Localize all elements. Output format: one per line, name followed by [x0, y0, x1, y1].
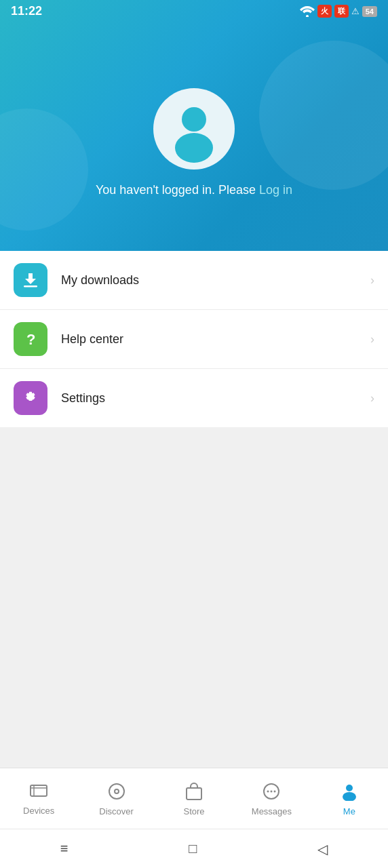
menu-item-help[interactable]: ? Help center ›: [0, 310, 388, 369]
svg-point-16: [343, 792, 356, 801]
nav-item-devices[interactable]: Devices: [0, 783, 77, 816]
avatar: [153, 88, 235, 170]
nav-label-messages: Messages: [252, 806, 292, 816]
svg-rect-5: [31, 785, 47, 796]
menu-item-downloads[interactable]: My downloads ›: [0, 251, 388, 310]
menu-section: My downloads › ? Help center › Settings …: [0, 251, 388, 427]
bottom-nav: Devices Discover Store: [0, 768, 388, 829]
help-label: Help center: [61, 332, 370, 347]
svg-point-14: [274, 791, 276, 793]
login-link[interactable]: Log in: [259, 183, 292, 197]
chevron-right-icon: ›: [370, 391, 374, 406]
svg-point-2: [175, 133, 213, 163]
svg-rect-3: [24, 285, 37, 288]
nav-item-store[interactable]: Store: [155, 782, 233, 816]
system-nav-bar: ≡ □ ◁: [0, 829, 388, 868]
status-bar: 11:22 火 联 ⚠ 54: [0, 0, 388, 22]
svg-point-13: [271, 791, 273, 793]
downloads-label: My downloads: [61, 273, 370, 288]
nav-item-discover[interactable]: Discover: [77, 782, 155, 816]
downloads-icon-wrap: [14, 263, 47, 297]
nav-item-messages[interactable]: Messages: [233, 782, 310, 816]
menu-button[interactable]: ≡: [47, 834, 82, 863]
store-icon: [185, 782, 203, 804]
svg-rect-10: [187, 788, 201, 800]
svg-point-12: [267, 791, 269, 793]
status-time: 11:22: [11, 4, 42, 18]
app-icon-1: 火: [317, 5, 332, 18]
svg-point-1: [182, 107, 206, 132]
status-icons: 火 联 ⚠ 54: [300, 5, 377, 18]
content-spacer: [0, 427, 388, 768]
app-icon-2: 联: [334, 5, 349, 18]
profile-header: You haven't logged in. Please Log in: [0, 0, 388, 251]
chevron-right-icon: ›: [370, 273, 374, 288]
warning-icon: ⚠: [351, 6, 360, 16]
svg-point-9: [115, 789, 119, 793]
svg-point-15: [346, 785, 353, 791]
back-button[interactable]: ◁: [304, 834, 341, 864]
nav-item-me[interactable]: Me: [311, 782, 388, 816]
nav-label-devices: Devices: [23, 806, 54, 816]
svg-point-8: [109, 784, 124, 799]
svg-text:?: ?: [26, 331, 35, 348]
messages-icon: [262, 782, 281, 804]
settings-icon-wrap: [14, 381, 47, 415]
login-prompt: You haven't logged in. Please Log in: [96, 183, 292, 197]
devices-icon: [29, 783, 48, 803]
help-icon-wrap: ?: [14, 322, 47, 356]
wifi-icon: [300, 6, 315, 17]
me-icon: [341, 782, 358, 804]
discover-icon: [107, 782, 126, 804]
battery-indicator: 54: [362, 6, 377, 17]
nav-label-discover: Discover: [99, 806, 134, 816]
home-button[interactable]: □: [175, 834, 210, 863]
menu-item-settings[interactable]: Settings ›: [0, 369, 388, 427]
nav-label-store: Store: [183, 806, 204, 816]
chevron-right-icon: ›: [370, 332, 374, 347]
settings-label: Settings: [61, 391, 370, 406]
svg-point-0: [306, 15, 309, 17]
nav-label-me: Me: [343, 806, 355, 816]
